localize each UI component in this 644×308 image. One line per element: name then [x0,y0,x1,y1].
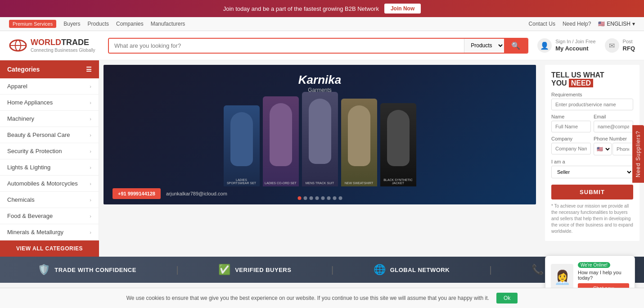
chevron-right-icon: › [90,149,91,154]
header-right: 👤 Sign In / Join Free My Account ✉ Post … [537,38,635,53]
language-selector[interactable]: 🇺🇸 ENGLISH ▾ [598,21,635,27]
chevron-right-icon: › [90,132,91,138]
language-label: ENGLISH [607,21,630,27]
model-card-4: NEW SWEATSHIRT [341,99,377,186]
sidebar-item-security[interactable]: Security & Protection › [0,143,99,159]
banner-text: Join today and be a part of the fastest … [223,5,379,12]
tell-us-box: TELL US WHAT YOUNEED Requirements Name E… [545,65,639,241]
sidebar-item-machinery[interactable]: Machinery › [0,111,99,127]
nav-products[interactable]: Products [88,21,109,27]
chevron-right-icon: › [90,100,91,105]
search-category-select[interactable]: Products [464,39,504,53]
email-label: Email [594,114,633,119]
hero-models: LADIES SPORTSWEAR SET LADIES CO-ORD SET … [104,92,536,186]
sidebar-item-label: Apparel [7,83,27,90]
hero-brand-name: Karnika [298,73,341,87]
my-account-label: My Account [555,45,595,53]
name-input[interactable] [551,121,591,132]
view-all-categories-button[interactable]: VIEW ALL CATEGORIES [0,240,99,257]
sidebar-item-lights[interactable]: Lights & Lighting › [0,159,99,176]
logo-sub: Connecting Businesses Globally [31,48,95,53]
sign-in-label: Sign In / Join Free [555,38,595,45]
phone-input[interactable] [612,143,633,155]
sidebar-item-label: Chemicals [7,196,35,203]
divider-2: | [331,265,333,275]
dot-7[interactable] [333,196,336,200]
requirements-input[interactable] [551,99,633,110]
phone-icon: 📞 [531,264,544,276]
phone-group: Phone Number 🇺🇸 [594,136,633,155]
dot-6[interactable] [327,196,330,200]
dot-1[interactable] [297,196,301,200]
email-input[interactable] [594,121,633,132]
logo[interactable]: WORLDTRADE Connecting Businesses Globall… [9,36,99,54]
sidebar-item-apparel[interactable]: Apparel › [0,78,99,95]
sidebar-item-label: Beauty & Personal Care [7,131,70,138]
sidebar-item-beauty[interactable]: Beauty & Personal Care › [0,127,99,143]
sidebar-item-label: Security & Protection [7,148,62,154]
search-input[interactable] [109,39,464,53]
nav-manufacturers[interactable]: Manufacturers [151,21,185,27]
feature-trade-confidence: 🛡️ TRADE WITH CONFIDENCE [38,264,136,276]
post-label: Post [623,38,635,45]
i-am-select[interactable]: Seller Buyer Both [551,166,633,178]
logo-text: WORLDTRADE Connecting Businesses Globall… [31,38,95,53]
search-bar: Products 🔍 [108,38,528,54]
model-card-2: LADIES CO-ORD SET [263,96,299,186]
model-label-1: LADIES SPORTSWEAR SET [224,178,260,185]
sidebar-item-label: Food & Beverage [7,213,53,219]
i-am-label: I am a [551,159,633,164]
model-card-1: LADIES SPORTSWEAR SET [224,105,260,186]
hero-contact: +91 9999144128 arjunkalkar789@icloud.com [113,188,227,199]
sidebar-item-minerals[interactable]: Minerals & Metallurgy › [0,224,99,240]
join-now-button[interactable]: Join Now [384,4,421,14]
rfq-text: Post RFQ [623,38,635,52]
nav-companies[interactable]: Companies [116,21,144,27]
cookie-ok-button[interactable]: Ok [496,293,518,303]
nav-buyers[interactable]: Buyers [63,21,80,27]
chevron-right-icon: › [90,213,91,219]
contact-us-link[interactable]: Contact Us [529,21,555,27]
sidebar-item-food[interactable]: Food & Beverage › [0,208,99,224]
tell-us-title: TELL US WHAT YOUNEED [551,71,633,87]
email-group: Email [594,114,633,132]
search-button[interactable]: 🔍 [504,39,527,53]
company-input[interactable] [551,143,591,154]
submit-button[interactable]: SUBMIT [551,185,633,199]
name-email-row: Name Email [551,114,633,136]
account-icon: 👤 [537,38,552,53]
hero-phone: +91 9999144128 [113,188,161,199]
need-help-link[interactable]: Need Help? [563,21,591,27]
dot-2[interactable] [303,196,307,200]
dot-5[interactable] [321,196,324,200]
need-suppliers-sidebar[interactable]: Need Suppliers? [632,125,644,183]
rfq-area[interactable]: ✉ Post RFQ [605,38,635,53]
premium-services-badge[interactable]: Premium Services [9,20,56,28]
divider-1: | [176,265,178,275]
sidebar-item-chemicals[interactable]: Chemicals › [0,192,99,208]
model-card-5: BLACK SYNTHETIC JACKET [380,103,416,186]
model-label-2: LADIES CO-ORD SET [263,181,299,185]
company-group: Company [551,136,591,155]
cookie-text: We use cookies to ensure that we give yo… [126,295,489,301]
logo-name: WORLDTRADE [31,38,95,48]
name-label: Name [551,114,591,119]
hero-carousel-dots [297,196,342,200]
sidebar-item-home-appliances[interactable]: Home Appliances › [0,95,99,111]
sidebar-item-automobiles[interactable]: Automobiles & Motorcycles › [0,176,99,192]
tell-us-panel: TELL US WHAT YOUNEED Requirements Name E… [540,65,639,252]
sidebar-item-label: Automobiles & Motorcycles [7,180,78,187]
phone-field-row: 🇺🇸 [594,143,633,155]
phone-country-select[interactable]: 🇺🇸 [594,143,612,155]
account-area[interactable]: 👤 Sign In / Join Free My Account [537,38,595,53]
dot-4[interactable] [315,196,319,200]
requirements-label: Requirements [551,92,633,97]
online-badge: We're Online! [578,262,610,268]
chevron-right-icon: › [90,230,91,235]
disclaimer-text: * To achieve our mission we provide all … [551,203,633,235]
dot-3[interactable] [309,196,313,200]
hero-email: arjunkalkar789@icloud.com [166,188,227,199]
sidebar-header: Categories ☰ [0,60,99,78]
sidebar-item-label: Home Appliances [7,99,53,106]
dot-8[interactable] [338,196,342,200]
